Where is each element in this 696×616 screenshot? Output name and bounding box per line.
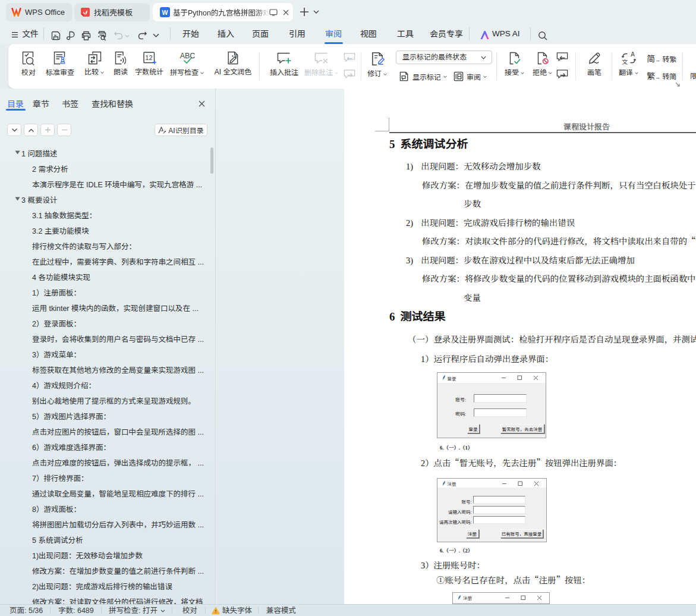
svg-text:ABC: ABC [179, 52, 195, 60]
svg-text:W: W [162, 9, 168, 16]
svg-text:A: A [631, 51, 635, 58]
svg-text:12: 12 [145, 54, 152, 61]
svg-text:文: 文 [622, 59, 628, 65]
